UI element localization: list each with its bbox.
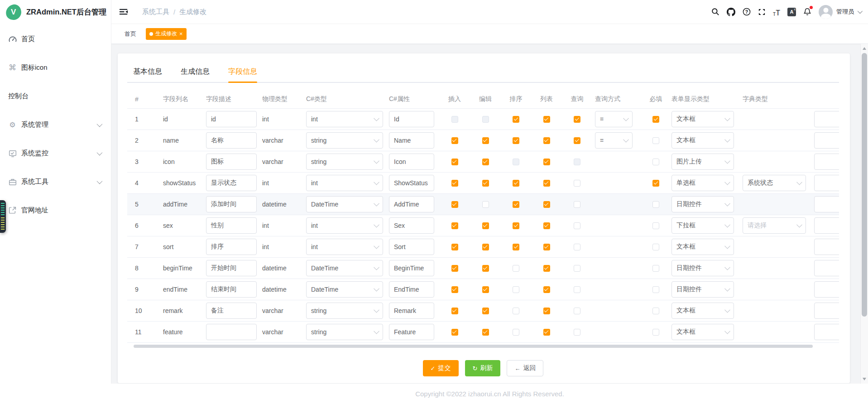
sort-checkbox[interactable] <box>513 137 519 144</box>
query-checkbox[interactable] <box>574 286 580 293</box>
query-checkbox[interactable] <box>574 159 580 165</box>
vertical-scrollbar-thumb[interactable] <box>862 53 867 317</box>
sort-checkbox[interactable] <box>513 244 519 250</box>
extra-input[interactable] <box>814 132 839 149</box>
tag-0[interactable]: 首页 <box>125 30 136 38</box>
list-checkbox[interactable] <box>543 201 550 208</box>
sort-checkbox[interactable] <box>513 159 519 165</box>
cstype-select[interactable]: DateTime <box>306 196 383 212</box>
sort-checkbox[interactable] <box>513 201 519 208</box>
required-checkbox[interactable] <box>652 137 659 144</box>
csprop-input[interactable]: Feature <box>389 324 434 340</box>
extra-input[interactable] <box>814 217 839 234</box>
edit-checkbox[interactable] <box>482 116 489 123</box>
edit-checkbox[interactable] <box>482 159 489 165</box>
list-checkbox[interactable] <box>543 244 550 250</box>
required-checkbox[interactable] <box>652 308 659 314</box>
back-button[interactable]: ←返回 <box>507 360 543 376</box>
sidebar-collapse-icon[interactable] <box>119 7 129 17</box>
formtype-select[interactable]: 文本框 <box>671 324 734 340</box>
edit-checkbox[interactable] <box>482 180 489 187</box>
cstype-select[interactable]: DateTime <box>306 281 383 298</box>
tab-1[interactable]: 生成信息 <box>181 62 210 82</box>
insert-checkbox[interactable] <box>451 286 458 293</box>
tab-0[interactable]: 基本信息 <box>133 62 162 82</box>
horizontal-scrollbar[interactable] <box>127 345 839 348</box>
required-checkbox[interactable] <box>652 159 659 165</box>
user-menu[interactable]: 管理员 <box>819 5 861 19</box>
desc-input[interactable]: 备注 <box>206 303 257 319</box>
insert-checkbox[interactable] <box>451 137 458 144</box>
list-checkbox[interactable] <box>543 180 550 187</box>
sort-checkbox[interactable] <box>513 329 519 336</box>
horizontal-scrollbar-thumb[interactable] <box>134 345 813 348</box>
required-checkbox[interactable] <box>652 244 659 250</box>
extra-input[interactable] <box>814 281 839 298</box>
sort-checkbox[interactable] <box>513 308 519 314</box>
scroll-down-arrow-icon[interactable] <box>863 378 866 380</box>
list-checkbox[interactable] <box>543 137 550 144</box>
query-checkbox[interactable] <box>574 137 580 144</box>
csprop-input[interactable]: Name <box>389 132 434 149</box>
close-icon[interactable]: × <box>179 31 183 37</box>
desc-input[interactable]: 结束时间 <box>206 281 257 298</box>
formtype-select[interactable]: 日期控件 <box>671 260 734 276</box>
formtype-select[interactable]: 文本框 <box>671 303 734 319</box>
settings-drawer-handle[interactable] <box>0 200 6 233</box>
vertical-scrollbar[interactable] <box>860 44 868 384</box>
query-checkbox[interactable] <box>574 201 580 208</box>
edit-checkbox[interactable] <box>482 137 489 144</box>
required-checkbox[interactable] <box>652 329 659 336</box>
insert-checkbox[interactable] <box>451 265 458 272</box>
edit-checkbox[interactable] <box>482 222 489 229</box>
cstype-select[interactable]: int <box>306 175 383 191</box>
tab-2[interactable]: 字段信息 <box>228 62 257 82</box>
query-checkbox[interactable] <box>574 180 580 187</box>
required-checkbox[interactable] <box>652 265 659 272</box>
extra-input[interactable] <box>814 239 839 255</box>
sort-checkbox[interactable] <box>513 286 519 293</box>
formtype-select[interactable]: 图片上传 <box>671 154 734 170</box>
querymode-select[interactable]: = <box>595 132 633 149</box>
required-checkbox[interactable] <box>652 116 659 123</box>
help-icon[interactable]: ? <box>743 7 751 17</box>
insert-checkbox[interactable] <box>451 180 458 187</box>
app-logo[interactable]: V ZRAdmin.NET后台管理 <box>0 0 111 24</box>
formtype-select[interactable]: 文本框 <box>671 239 734 255</box>
query-checkbox[interactable] <box>574 244 580 250</box>
query-checkbox[interactable] <box>574 265 580 272</box>
extra-input[interactable] <box>814 303 839 319</box>
font-size-icon[interactable]: TT <box>773 7 780 17</box>
extra-input[interactable] <box>814 175 839 191</box>
desc-input[interactable]: 图标 <box>206 154 257 170</box>
edit-checkbox[interactable] <box>482 244 489 250</box>
extra-input[interactable] <box>814 196 839 212</box>
search-icon[interactable] <box>711 7 719 17</box>
desc-input[interactable] <box>206 324 257 340</box>
insert-checkbox[interactable] <box>451 222 458 229</box>
sidebar-item-2[interactable]: 控制台 <box>0 82 111 111</box>
list-checkbox[interactable] <box>543 222 550 229</box>
list-checkbox[interactable] <box>543 116 550 123</box>
breadcrumb-item-0[interactable]: 系统工具 <box>142 8 169 16</box>
dicttype-select[interactable]: 系统状态 <box>743 175 806 191</box>
formtype-select[interactable]: 日期控件 <box>671 196 734 212</box>
sort-checkbox[interactable] <box>513 180 519 187</box>
cstype-select[interactable]: string <box>306 132 383 149</box>
insert-checkbox[interactable] <box>451 159 458 165</box>
cstype-select[interactable]: int <box>306 217 383 234</box>
edit-checkbox[interactable] <box>482 329 489 336</box>
csprop-input[interactable]: EndTime <box>389 281 434 298</box>
desc-input[interactable]: 添加时间 <box>206 196 257 212</box>
formtype-select[interactable]: 文本框 <box>671 132 734 149</box>
list-checkbox[interactable] <box>543 159 550 165</box>
insert-checkbox[interactable] <box>451 308 458 314</box>
translate-icon[interactable]: Ax <box>787 7 796 17</box>
edit-checkbox[interactable] <box>482 201 489 208</box>
sidebar-item-4[interactable]: 系统监控 <box>0 139 111 168</box>
list-checkbox[interactable] <box>543 308 550 314</box>
edit-checkbox[interactable] <box>482 265 489 272</box>
cstype-select[interactable]: DateTime <box>306 260 383 276</box>
query-checkbox[interactable] <box>574 222 580 229</box>
csprop-input[interactable]: AddTime <box>389 196 434 212</box>
